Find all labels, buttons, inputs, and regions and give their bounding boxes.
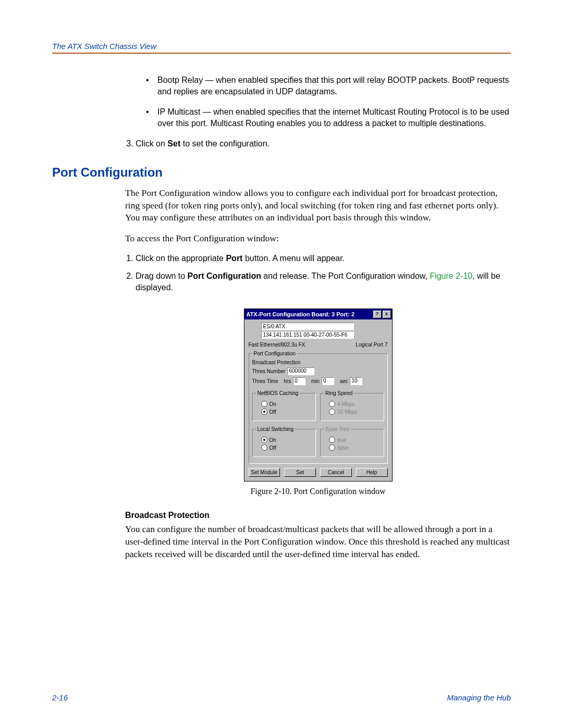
spantree-true-radio bbox=[329, 437, 335, 443]
spantree-false-radio bbox=[329, 445, 335, 451]
intro-paragraph: The Port Configuration window allows you… bbox=[125, 187, 511, 224]
set-module-button[interactable]: Set Module bbox=[249, 468, 280, 477]
figure-link[interactable]: Figure 2-10 bbox=[430, 272, 472, 280]
port-config-group: Port Configuration Broadcast Protection … bbox=[249, 351, 388, 464]
set-button[interactable]: Set bbox=[284, 468, 316, 477]
close-button[interactable]: x bbox=[383, 311, 391, 318]
bullet-ipmulticast: IP Multicast — when enabled specifies th… bbox=[146, 106, 511, 129]
window-title: ATX-Port Configuration Board: 3 Port: 2 bbox=[247, 311, 355, 317]
bullet-text: — when enabled specifies that this port … bbox=[157, 76, 509, 96]
access-paragraph: To access the Port Configuration window: bbox=[125, 232, 511, 245]
thres-time-label: Thres Time bbox=[252, 378, 278, 384]
figure-caption: Figure 2-10. Port Configuration window bbox=[125, 487, 511, 496]
logical-port: Logical Port 7 bbox=[356, 342, 387, 348]
broadcast-protection-text: You can configure the number of broadcas… bbox=[125, 523, 511, 560]
page-number: 2-16 bbox=[52, 693, 68, 702]
cancel-button[interactable]: Cancel bbox=[320, 468, 352, 477]
netbios-group: NetBIOS Caching On Off bbox=[252, 390, 316, 421]
bullet-term: Bootp Relay bbox=[157, 76, 203, 84]
broadcast-protection-heading: Broadcast Protection bbox=[125, 511, 511, 520]
feature-bullets: Bootp Relay — when enabled specifies tha… bbox=[125, 75, 511, 129]
window-titlebar[interactable]: ATX-Port Configuration Board: 3 Port: 2 … bbox=[244, 309, 392, 319]
localswitch-on-radio[interactable] bbox=[261, 437, 267, 443]
help-button[interactable]: ? bbox=[373, 311, 382, 318]
access-step-1: Click on the appropriate Port button. A … bbox=[136, 253, 511, 264]
min-input[interactable]: 0 bbox=[322, 377, 334, 385]
footer-section: Managing the Hub bbox=[447, 693, 511, 702]
ringspeed-group: Ring Speed 4 Mbps 16 Mbps bbox=[320, 390, 384, 421]
sec-input[interactable]: 10 bbox=[350, 377, 362, 385]
localswitch-group: Local Switching On Off bbox=[252, 426, 316, 457]
step-3: Click on Set to set the configuration. bbox=[136, 138, 511, 150]
thres-number-label: Thres Number bbox=[252, 368, 286, 374]
ringspeed-16-radio bbox=[329, 409, 335, 415]
ringspeed-4-radio bbox=[329, 401, 335, 407]
device-ip-mac: 134.141.161.151 00-40-27-00-55-F6 bbox=[261, 331, 354, 339]
bullet-text: — when enabled specifies that the intern… bbox=[157, 107, 509, 128]
access-steps: Click on the appropriate Port button. A … bbox=[125, 253, 511, 293]
running-header: The ATX Switch Chassis View bbox=[52, 42, 511, 54]
bullet-term: IP Multicast bbox=[157, 107, 200, 116]
media-type: Fast Ethernet/802.3u FX bbox=[249, 342, 305, 348]
port-config-window: ATX-Port Configuration Board: 3 Port: 2 … bbox=[244, 309, 393, 482]
netbios-off-radio[interactable] bbox=[261, 409, 267, 415]
spantree-group: Span Tree true false bbox=[320, 426, 384, 457]
port-config-legend: Port Configuration bbox=[252, 351, 298, 356]
help-button-bottom[interactable]: Help bbox=[356, 468, 388, 477]
step-list-top: Click on Set to set the configuration. bbox=[125, 138, 511, 150]
section-heading: Port Configuration bbox=[52, 165, 511, 180]
thres-number-input[interactable]: 600000 bbox=[287, 367, 314, 375]
bullet-bootp: Bootp Relay — when enabled specifies tha… bbox=[146, 75, 511, 97]
broadcast-protection-label: Broadcast Protection bbox=[252, 360, 384, 365]
netbios-on-radio[interactable] bbox=[261, 401, 267, 407]
access-step-2: Drag down to Port Configuration and rele… bbox=[136, 270, 511, 293]
localswitch-off-radio[interactable] bbox=[261, 445, 267, 451]
device-name: ES/0 ATX bbox=[261, 323, 354, 330]
hrs-input[interactable]: 0 bbox=[293, 377, 305, 385]
